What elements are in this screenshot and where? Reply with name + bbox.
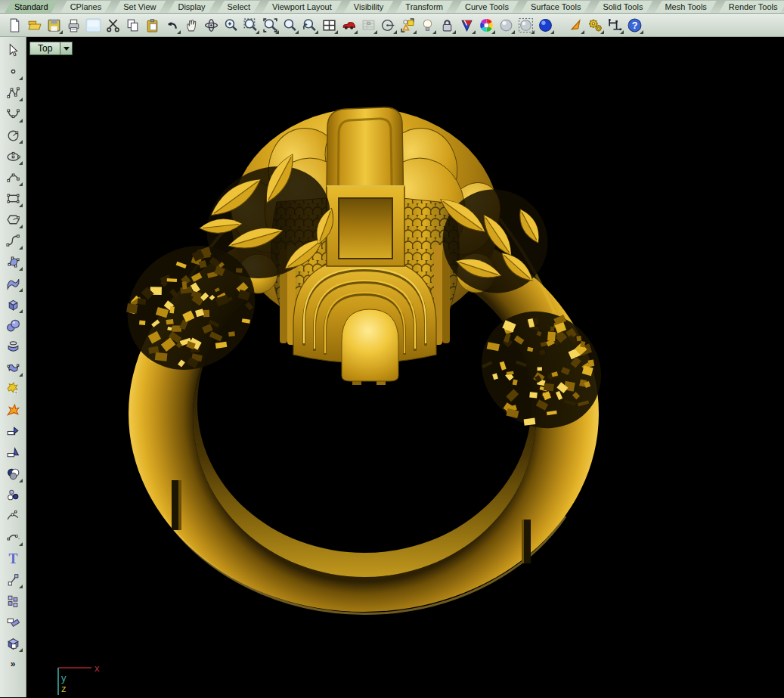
flyout-triangle-icon[interactable] — [19, 140, 23, 144]
flyout-triangle-icon[interactable] — [19, 309, 23, 313]
tab-standard[interactable]: Standard — [5, 1, 58, 13]
blend-curve-icon[interactable] — [4, 232, 22, 249]
flyout-triangle-icon[interactable] — [19, 98, 23, 101]
car-icon[interactable] — [339, 15, 358, 35]
tab-transform[interactable]: Transform — [395, 1, 453, 13]
text-icon[interactable]: T — [4, 550, 22, 566]
tab-viewport-layout[interactable]: Viewport Layout — [262, 1, 342, 13]
print-icon[interactable] — [64, 15, 83, 35]
shaded-sphere-icon[interactable] — [535, 15, 555, 35]
flyout-triangle-icon[interactable] — [19, 479, 23, 482]
flyout-triangle-icon[interactable] — [472, 30, 476, 34]
render-icon[interactable] — [457, 15, 476, 35]
flyout-triangle-icon[interactable] — [19, 203, 23, 207]
bulb-icon[interactable] — [417, 15, 437, 35]
paste-icon[interactable] — [142, 15, 162, 35]
array-icon[interactable] — [4, 592, 22, 609]
open-folder-icon[interactable] — [24, 15, 44, 35]
rectangle-icon[interactable] — [4, 190, 22, 206]
flyout-triangle-icon[interactable] — [19, 182, 23, 186]
orient-icon[interactable] — [4, 613, 22, 630]
flyout-triangle-icon[interactable] — [581, 30, 584, 34]
cut-icon[interactable] — [103, 15, 122, 35]
move-icon[interactable] — [4, 571, 22, 588]
flyout-triangle-icon[interactable] — [19, 267, 23, 271]
spheres-icon[interactable] — [4, 317, 22, 333]
flyout-triangle-icon[interactable] — [19, 225, 23, 228]
save-icon[interactable] — [44, 15, 64, 35]
solid-union-icon[interactable] — [4, 634, 22, 651]
flyout-triangle-icon[interactable] — [315, 30, 318, 34]
curved-surface-icon[interactable] — [4, 275, 22, 291]
help-icon[interactable]: ? — [624, 15, 644, 35]
flyout-triangle-icon[interactable] — [19, 373, 23, 377]
polygon-icon[interactable] — [4, 211, 22, 228]
viewport-layout-icon[interactable] — [319, 15, 339, 35]
lock-icon[interactable] — [437, 15, 457, 35]
patch-surface-icon[interactable] — [4, 359, 22, 376]
tab-display[interactable]: Display — [168, 1, 215, 13]
control-point-curve-icon[interactable] — [4, 84, 22, 101]
zoom-selected-icon[interactable] — [280, 15, 299, 35]
flyout-triangle-icon[interactable] — [600, 30, 604, 34]
flyout-triangle-icon[interactable] — [620, 30, 624, 34]
ellipse-icon[interactable] — [4, 147, 22, 164]
flyout-triangle-icon[interactable] — [275, 30, 279, 34]
flyout-triangle-icon[interactable] — [19, 542, 23, 546]
map-icon[interactable] — [358, 15, 378, 35]
viewport-top[interactable]: Top — [26, 37, 784, 697]
flyout-triangle-icon[interactable] — [59, 30, 63, 34]
flyout-triangle-icon[interactable] — [452, 30, 456, 34]
box-icon[interactable] — [4, 296, 22, 312]
render-sphere-window-icon[interactable] — [516, 15, 535, 35]
tab-mesh-tools[interactable]: Mesh Tools — [655, 1, 716, 13]
flyout-triangle-icon[interactable] — [491, 30, 495, 34]
flyout-triangle-icon[interactable] — [19, 119, 23, 123]
zoom-window-icon[interactable] — [240, 15, 260, 35]
more-tools-chevron[interactable]: » — [4, 656, 22, 672]
tab-curve-tools[interactable]: Curve Tools — [455, 1, 519, 13]
flyout-triangle-icon[interactable] — [531, 30, 535, 34]
explode-icon[interactable] — [4, 402, 22, 418]
extend-curve-icon[interactable] — [4, 529, 22, 545]
flyout-triangle-icon[interactable] — [413, 30, 417, 34]
direction-icon[interactable] — [566, 15, 585, 35]
new-file-icon[interactable] — [5, 15, 24, 35]
flyout-triangle-icon[interactable] — [256, 30, 259, 34]
pan-hand-icon[interactable] — [181, 15, 201, 35]
circle-icon[interactable] — [4, 126, 22, 143]
flyout-triangle-icon[interactable] — [295, 30, 299, 34]
flyout-triangle-icon[interactable] — [640, 30, 643, 34]
render-sphere-icon[interactable] — [496, 15, 516, 35]
boolean-union-icon[interactable] — [4, 380, 22, 397]
viewport-title-label[interactable]: Top — [29, 42, 60, 55]
tab-visibility[interactable]: Visibility — [344, 1, 394, 13]
color-wheel-icon[interactable] — [476, 15, 496, 35]
object-props-icon[interactable] — [398, 15, 417, 35]
flyout-triangle-icon[interactable] — [393, 30, 397, 34]
tab-surface-tools[interactable]: Surface Tools — [521, 1, 590, 13]
flyout-triangle-icon[interactable] — [19, 161, 23, 165]
boolean-difference-icon[interactable] — [4, 465, 22, 482]
tab-render-tools[interactable]: Render Tools — [719, 1, 784, 13]
point-icon[interactable] — [4, 63, 22, 79]
trim-icon[interactable] — [4, 423, 22, 439]
flyout-triangle-icon[interactable] — [19, 585, 23, 588]
flyout-triangle-icon[interactable] — [19, 76, 23, 80]
split-icon[interactable] — [4, 444, 22, 461]
color-swatch-icon[interactable] — [83, 15, 103, 35]
flyout-triangle-icon[interactable] — [432, 30, 436, 34]
dimension-icon[interactable] — [605, 15, 624, 35]
flyout-triangle-icon[interactable] — [354, 30, 358, 34]
tab-solid-tools[interactable]: Solid Tools — [593, 1, 652, 13]
tab-cplanes[interactable]: CPlanes — [60, 1, 112, 13]
zoom-back-icon[interactable] — [299, 15, 319, 35]
flyout-triangle-icon[interactable] — [177, 30, 181, 34]
flyout-triangle-icon[interactable] — [373, 30, 377, 34]
tab-set-view[interactable]: Set View — [113, 1, 166, 13]
zoom-extents-icon[interactable] — [260, 15, 280, 35]
flyout-triangle-icon[interactable] — [19, 246, 23, 250]
tab-select[interactable]: Select — [218, 1, 261, 13]
options-gears-icon[interactable] — [585, 15, 605, 35]
point-cloud-icon[interactable] — [4, 486, 22, 503]
